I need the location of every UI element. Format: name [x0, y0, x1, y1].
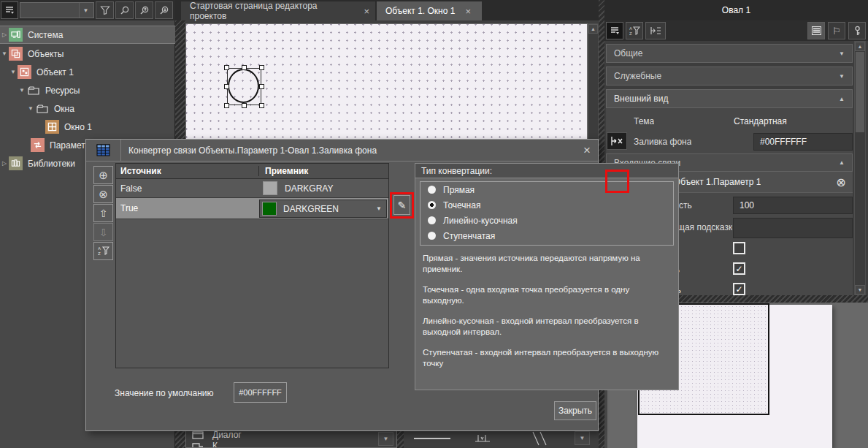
- scroll-up-icon[interactable]: ▲: [588, 24, 598, 34]
- resize-handle-w[interactable]: [224, 84, 229, 89]
- table-row-false[interactable]: False DARKGRAY: [116, 179, 388, 198]
- sort-filter-button[interactable]: AZ: [93, 242, 113, 260]
- link-converter-dialog: Конвертер связи Объекты.Параметр 1-Овал …: [85, 139, 599, 431]
- tab-close-icon[interactable]: ×: [465, 6, 471, 17]
- polyline-tool-icon[interactable]: [529, 431, 548, 446]
- tree-view-button[interactable]: [1, 1, 18, 19]
- table-row-true-selected[interactable]: True DARKGREEN ▼: [116, 198, 388, 219]
- theme-value[interactable]: Стандартная: [734, 116, 787, 126]
- opacity-field[interactable]: 100: [733, 197, 853, 214]
- red-highlight-edit-link: [605, 170, 629, 193]
- properties-scrollbar[interactable]: ▲ ▼: [854, 41, 866, 295]
- target-cell: DARKGRAY: [277, 183, 333, 194]
- scroll-up-icon[interactable]: ▲: [855, 42, 865, 51]
- combobox-dropdown-icon[interactable]: ▼: [79, 3, 92, 18]
- svg-text:Z: Z: [629, 31, 632, 36]
- search-up-icon: [139, 5, 150, 15]
- move-row-down-button[interactable]: ⇩: [93, 223, 113, 241]
- line-tool-icon[interactable]: [414, 438, 450, 439]
- resize-handle-n[interactable]: [242, 65, 247, 70]
- section-general[interactable]: Общие ▼: [606, 44, 853, 63]
- target-color-combobox[interactable]: DARKGREEN ▼: [259, 200, 387, 218]
- radio-option-piecewise[interactable]: Линейно-кусочная: [420, 213, 673, 228]
- add-row-button[interactable]: ⊕: [93, 166, 113, 184]
- section-service[interactable]: Служебные ▼: [606, 67, 853, 86]
- dialog-titlebar[interactable]: Конвертер связи Объекты.Параметр 1-Овал …: [86, 140, 598, 162]
- fill-value-field[interactable]: #00FFFFFF: [753, 133, 853, 151]
- remove-link-button[interactable]: ⊗: [832, 174, 850, 190]
- search-next-button[interactable]: [155, 1, 173, 19]
- collapse-arrow-icon[interactable]: ▷: [2, 31, 7, 38]
- list-view-button[interactable]: [807, 22, 825, 39]
- resize-handle-sw[interactable]: [224, 103, 229, 108]
- scrollbar-thumb[interactable]: [856, 52, 864, 132]
- close-button[interactable]: Закрыть: [554, 401, 596, 420]
- tree-item-window-1[interactable]: Окно 1: [0, 118, 175, 136]
- tree-item-system[interactable]: ▷ Система: [0, 26, 175, 44]
- palette-item-label: Диалог: [212, 430, 242, 440]
- palette-item-next[interactable]: К: [192, 441, 218, 448]
- explorer-search-combobox[interactable]: ▼: [20, 2, 94, 18]
- delete-row-button[interactable]: ⊗: [93, 185, 113, 203]
- dimension-tool-icon[interactable]: [474, 431, 493, 446]
- expand-arrow-icon[interactable]: ▼: [28, 105, 34, 112]
- palette-item-dialog[interactable]: Диалог: [192, 430, 242, 440]
- collapse-arrow-icon[interactable]: ▷: [2, 160, 7, 167]
- expand-arrow-icon[interactable]: ▼: [19, 87, 25, 94]
- linked-properties-button[interactable]: [645, 22, 666, 39]
- resize-handle-s[interactable]: [242, 103, 247, 108]
- section-appearance[interactable]: Внешний вид ▲: [606, 89, 853, 108]
- move-up-icon: ⇧: [99, 208, 108, 219]
- expand-arrow-icon[interactable]: ▼: [10, 69, 16, 75]
- chevron-up-icon[interactable]: ▲: [839, 159, 845, 166]
- activity-checkbox[interactable]: ✓: [733, 283, 745, 295]
- tree-item-resources[interactable]: ▼ Ресурсы: [0, 81, 175, 99]
- svg-text:A: A: [629, 26, 632, 31]
- tree-item-label: Система: [28, 30, 63, 40]
- description-direct: Прямая - значения источника передаются н…: [423, 253, 668, 275]
- resize-handle-ne[interactable]: [259, 65, 264, 70]
- palette-splitter[interactable]: [397, 429, 404, 448]
- key-button[interactable]: [848, 22, 866, 39]
- combobox-dropdown-icon[interactable]: ▼: [376, 205, 382, 212]
- tab-start-page[interactable]: Стартовая страница редактора проектов ×: [181, 1, 375, 20]
- move-row-up-button[interactable]: ⇧: [93, 204, 113, 222]
- radio-option-point[interactable]: Точечная: [420, 197, 673, 213]
- blink-checkbox[interactable]: [733, 242, 745, 254]
- filter-button[interactable]: [96, 1, 114, 19]
- flag-button[interactable]: ⚐: [828, 22, 845, 39]
- visibility-checkbox[interactable]: ✓: [733, 262, 745, 275]
- dialog-close-icon[interactable]: ×: [583, 143, 591, 158]
- palette-scroll-down-icon[interactable]: ▼: [378, 432, 393, 446]
- tree-item-windows[interactable]: ▼ Окна: [0, 99, 175, 118]
- search-previous-button[interactable]: [135, 1, 153, 19]
- fill-binding-button[interactable]: [607, 132, 627, 150]
- tree-item-objects[interactable]: ▼ Объекты: [0, 45, 175, 63]
- scroll-down-icon[interactable]: ▼: [855, 285, 865, 295]
- default-value-input[interactable]: #00FFFFFF: [234, 382, 287, 403]
- column-header-target[interactable]: Приемник: [258, 166, 308, 176]
- resize-handle-se[interactable]: [259, 103, 264, 108]
- radio-option-direct[interactable]: Прямая: [420, 182, 673, 197]
- expand-arrow-icon[interactable]: ▼: [1, 50, 7, 57]
- tab-close-icon[interactable]: ×: [364, 6, 369, 17]
- resize-handle-nw[interactable]: [224, 65, 229, 70]
- tree-item-object-1[interactable]: ▼ Объект 1: [0, 63, 175, 81]
- alphabetical-sort-button[interactable]: AZ: [626, 22, 643, 39]
- chevron-up-icon[interactable]: ▲: [839, 96, 845, 102]
- search-button[interactable]: [115, 1, 134, 19]
- chevron-down-icon[interactable]: ▼: [839, 73, 845, 80]
- radio-option-stepwise[interactable]: Ступенчатая: [420, 228, 673, 243]
- categorized-view-button[interactable]: [606, 22, 623, 39]
- tab-object1-window1[interactable]: Объект 1. Окно 1 ×: [377, 1, 482, 20]
- shapes-scroll-down-icon[interactable]: ▼: [575, 431, 590, 445]
- chevron-down-icon[interactable]: ▼: [839, 50, 845, 57]
- radio-label: Ступенчатая: [443, 231, 495, 241]
- tooltip-field[interactable]: [733, 218, 853, 238]
- move-down-icon: ⇩: [99, 227, 108, 238]
- column-header-source[interactable]: Источник: [116, 166, 258, 176]
- resize-handle-e[interactable]: [259, 84, 264, 89]
- dialog-title: Конвертер связи Объекты.Параметр 1-Овал …: [128, 145, 377, 156]
- ellipse-shape-selected[interactable]: [227, 68, 261, 105]
- theme-label: Тема: [634, 116, 654, 126]
